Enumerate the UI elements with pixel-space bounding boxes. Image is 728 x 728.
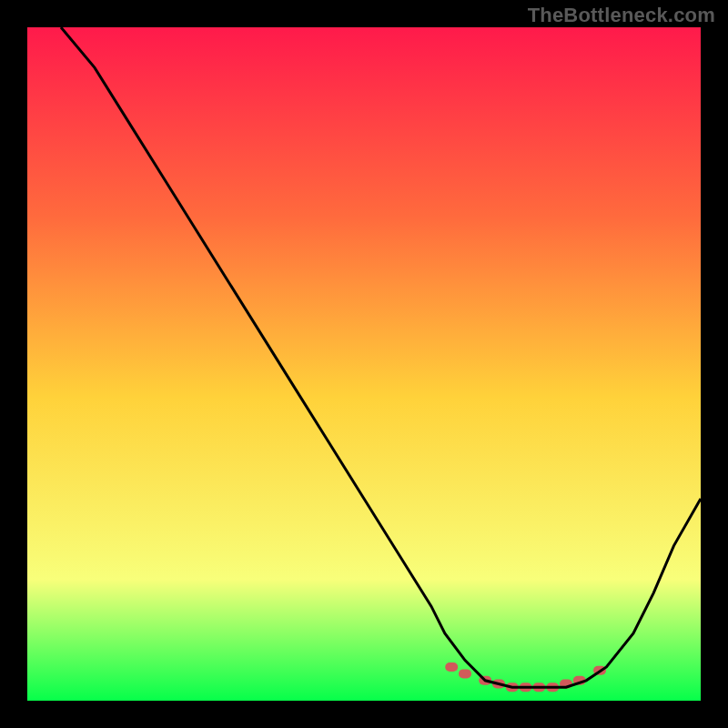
chart-svg (27, 27, 701, 701)
gradient-bg (27, 27, 701, 701)
trough-marker (459, 669, 471, 678)
trough-marker (445, 662, 458, 672)
chart-canvas (27, 27, 701, 701)
watermark-text: TheBottleneck.com (528, 4, 715, 27)
